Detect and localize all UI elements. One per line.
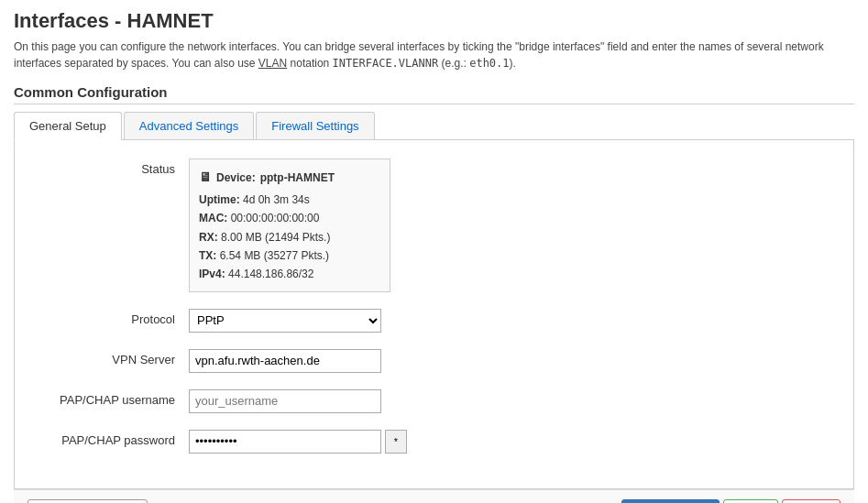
footer: Back to Overview Save & Apply Save Reset [14,489,854,503]
tx-label: TX: [199,249,216,262]
pap-pass-row: PAP/CHAP password * [24,430,844,454]
rx-label: RX: [199,231,218,244]
tab-advanced-settings[interactable]: Advanced Settings [124,112,254,139]
tab-content: Status 🖥 Device: pptp-HAMNET Uptime: 4d … [14,140,854,489]
save-apply-button[interactable]: Save & Apply [621,499,720,503]
status-device-header: 🖥 Device: pptp-HAMNET [199,167,380,189]
pap-user-row: PAP/CHAP username [24,389,844,413]
ipv4-label: IPv4: [199,268,225,280]
pap-pass-input[interactable] [189,430,381,454]
protocol-select[interactable]: PPtP PPPoE DHCP Static address None [189,309,381,333]
uptime-label: Uptime: [199,193,240,206]
right-buttons: Save & Apply Save Reset [621,499,841,503]
status-field: 🖥 Device: pptp-HAMNET Uptime: 4d 0h 3m 3… [189,159,844,292]
status-label: Status [24,159,189,176]
tab-bar: General Setup Advanced Settings Firewall… [14,112,854,140]
pap-pass-field: * [189,430,844,454]
pap-user-field [189,389,844,413]
page-description: On this page you can configure the netwo… [14,38,854,71]
mac-value: 00:00:00:00:00:00 [231,212,320,224]
reset-button[interactable]: Reset [782,499,841,503]
pap-user-label: PAP/CHAP username [24,389,189,407]
vpn-server-label: VPN Server [24,349,189,366]
rx-value: 8.00 MB (21494 Pkts.) [221,231,330,244]
status-box: 🖥 Device: pptp-HAMNET Uptime: 4d 0h 3m 3… [189,159,390,292]
tx-value: 6.54 MB (35277 Pkts.) [220,249,329,262]
status-tx-line: TX: 6.54 MB (35277 Pkts.) [199,246,380,265]
save-button[interactable]: Save [723,499,778,503]
vpn-server-field [189,349,844,373]
password-toggle-button[interactable]: * [385,430,407,454]
tab-firewall-settings[interactable]: Firewall Settings [256,112,374,139]
tab-general-setup[interactable]: General Setup [14,112,122,140]
status-uptime-line: Uptime: 4d 0h 3m 34s [199,191,380,209]
password-wrapper: * [189,430,844,454]
protocol-field: PPtP PPPoE DHCP Static address None [189,309,844,333]
pap-pass-label: PAP/CHAP password [24,430,189,447]
pap-user-input[interactable] [189,389,381,413]
status-device-value: pptp-HAMNET [260,169,335,187]
device-icon: 🖥 [199,167,212,189]
status-ipv4-line: IPv4: 44.148.186.86/32 [199,265,380,283]
mac-label: MAC: [199,212,227,224]
section-title: Common Configuration [14,84,854,104]
protocol-label: Protocol [24,309,189,326]
status-device-label: Device: [216,169,256,187]
status-rx-line: RX: 8.00 MB (21494 Pkts.) [199,228,380,246]
uptime-value: 4d 0h 3m 34s [243,193,310,206]
vpn-server-input[interactable] [189,349,381,373]
vpn-server-row: VPN Server [24,349,844,373]
protocol-row: Protocol PPtP PPPoE DHCP Static address … [24,309,844,333]
status-mac-line: MAC: 00:00:00:00:00:00 [199,209,380,227]
status-row: Status 🖥 Device: pptp-HAMNET Uptime: 4d … [24,159,844,292]
back-to-overview-button[interactable]: Back to Overview [27,499,148,503]
page-title: Interfaces - HAMNET [14,9,854,33]
ipv4-value: 44.148.186.86/32 [228,268,313,280]
